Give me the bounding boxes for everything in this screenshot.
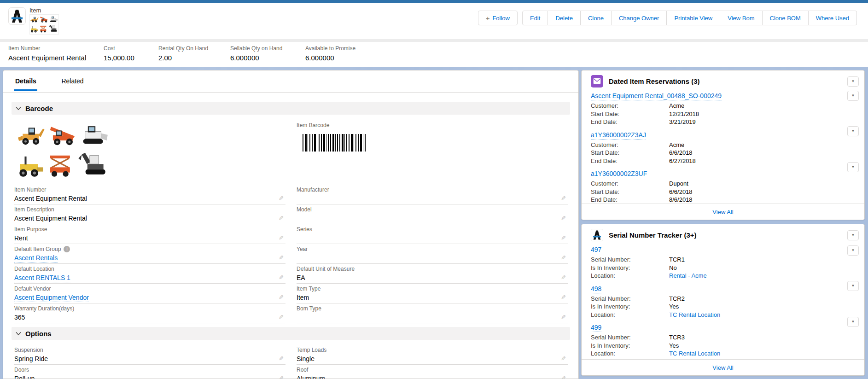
view-all-link[interactable]: View All bbox=[712, 209, 733, 216]
card-actions-menu-button[interactable]: ▼ bbox=[847, 76, 859, 87]
summary-field-value: Ascent Equipment Rental bbox=[8, 54, 86, 62]
field-value: 365 bbox=[14, 314, 285, 321]
kv-label: End Date: bbox=[591, 118, 669, 126]
info-icon[interactable]: i bbox=[64, 246, 70, 252]
kv-label: Serial Number: bbox=[591, 295, 669, 303]
tab-related[interactable]: Related bbox=[60, 70, 84, 90]
edit-pencil-icon[interactable]: ✎ bbox=[279, 355, 284, 362]
clone-button[interactable]: Clone bbox=[581, 11, 612, 25]
related-list-body: 497 Serial Number:TCR1 Is In Inventory:N… bbox=[582, 246, 864, 358]
row-actions-menu-button[interactable]: ▼ bbox=[847, 317, 859, 327]
kv-value: No bbox=[669, 264, 677, 272]
field-value: Roll-up bbox=[14, 375, 285, 379]
highlights-divider bbox=[0, 39, 868, 42]
reservation-title-link[interactable]: Ascent Equipment Rental_00488_SO-000249 bbox=[591, 92, 722, 100]
reservation-list-item: a1Y36000002Z3AJ Customer:Acme Start Date… bbox=[591, 131, 855, 165]
row-actions-menu-button[interactable]: ▼ bbox=[847, 126, 859, 136]
view-all-link[interactable]: View All bbox=[712, 364, 733, 371]
field-label: Model bbox=[297, 206, 568, 213]
entity-label: Item bbox=[29, 7, 41, 14]
field-value: Single bbox=[297, 355, 568, 362]
field-value bbox=[297, 195, 568, 202]
kv-label: Location: bbox=[591, 311, 669, 319]
reservation-title-link[interactable]: a1Y36000002Z3UF bbox=[591, 170, 647, 178]
field-label: Item Number bbox=[14, 187, 285, 193]
field-roof: Roof Aluminum ✎ bbox=[297, 365, 568, 379]
edit-pencil-icon[interactable]: ✎ bbox=[279, 294, 284, 301]
delete-button[interactable]: Delete bbox=[548, 11, 581, 25]
summary-field-cost: Cost 15,000.00 bbox=[104, 45, 134, 62]
location-link[interactable]: TC Rental Location bbox=[669, 311, 720, 319]
field-value-link[interactable]: Ascent RENTALS 1 bbox=[14, 274, 70, 282]
field-item-purpose: Item Purpose Rent ✎ bbox=[14, 224, 285, 244]
kv-value: 6/27/2018 bbox=[669, 157, 696, 165]
clone-bom-button[interactable]: Clone BOM bbox=[763, 11, 809, 25]
field-label: Default Location bbox=[14, 266, 285, 272]
edit-pencil-icon[interactable]: ✎ bbox=[279, 314, 284, 321]
edit-pencil-icon[interactable]: ✎ bbox=[561, 294, 566, 301]
serial-title-link[interactable]: 499 bbox=[591, 324, 601, 332]
edit-pencil-icon[interactable]: ✎ bbox=[561, 234, 566, 241]
highlights-panel: Item + Follow Edit Delete Clone Change O… bbox=[0, 3, 868, 67]
row-actions-menu-button[interactable]: ▼ bbox=[847, 91, 859, 101]
serial-title-link[interactable]: 498 bbox=[591, 285, 601, 293]
tab-details[interactable]: Details bbox=[14, 70, 37, 91]
card-actions-menu-button[interactable]: ▼ bbox=[847, 230, 859, 240]
field-default-location: Default Location Ascent RENTALS 1 ✎ bbox=[14, 264, 285, 284]
edit-pencil-icon[interactable]: ✎ bbox=[561, 375, 566, 379]
summary-field-label: Available to Promise bbox=[305, 45, 355, 52]
follow-button[interactable]: + Follow bbox=[478, 11, 518, 25]
options-fields-left-column: Suspension Spring Ride ✎ Doors Roll-up ✎ bbox=[14, 345, 285, 379]
field-value-link[interactable]: Ascent Equipment Vendor bbox=[14, 294, 89, 302]
kv-value: TCR2 bbox=[669, 295, 685, 303]
printable-view-button[interactable]: Printable View bbox=[667, 11, 720, 25]
options-fields-right-column: Temp Loads Single ✎ Roof Aluminum ✎ bbox=[297, 345, 568, 379]
field-label-text: Default Item Group bbox=[14, 246, 61, 252]
kv-label: Is In Inventory: bbox=[591, 303, 669, 311]
where-used-button[interactable]: Where Used bbox=[809, 11, 857, 25]
kv-label: End Date: bbox=[591, 157, 669, 165]
reservation-list-item: Ascent Equipment Rental_00488_SO-000249 … bbox=[591, 92, 855, 126]
edit-pencil-icon[interactable]: ✎ bbox=[561, 254, 566, 261]
edit-pencil-icon[interactable]: ✎ bbox=[561, 215, 566, 222]
section-title: Options bbox=[25, 330, 52, 338]
related-card-dated-item-reservations: Dated Item Reservations (3) ▼ ▼ ▼ ▼ Asce… bbox=[581, 70, 865, 220]
edit-pencil-icon[interactable]: ✎ bbox=[279, 375, 284, 379]
field-value-link[interactable]: Ascent Rentals bbox=[14, 254, 58, 262]
field-value: EA bbox=[297, 274, 568, 281]
barcode-image bbox=[303, 134, 367, 152]
edit-pencil-icon[interactable]: ✎ bbox=[279, 215, 284, 222]
row-actions-menu-button[interactable]: ▼ bbox=[847, 245, 859, 256]
field-label: Suspension bbox=[14, 347, 285, 353]
edit-pencil-icon[interactable]: ✎ bbox=[561, 314, 566, 321]
edit-pencil-icon[interactable]: ✎ bbox=[561, 195, 566, 202]
edit-pencil-icon[interactable]: ✎ bbox=[279, 274, 284, 281]
record-detail-card: Details Related Barcode Item Barcode Ite… bbox=[3, 70, 579, 379]
field-value: Ascent Equipment Rental bbox=[14, 195, 285, 202]
edit-pencil-icon[interactable]: ✎ bbox=[279, 234, 284, 241]
kv-value: Yes bbox=[669, 303, 679, 311]
location-link[interactable]: TC Rental Location bbox=[669, 350, 720, 358]
field-value bbox=[297, 314, 568, 321]
edit-button[interactable]: Edit bbox=[522, 11, 548, 25]
view-bom-button[interactable]: View Bom bbox=[720, 11, 762, 25]
serial-list-item: 497 Serial Number:TCR1 Is In Inventory:N… bbox=[591, 246, 855, 280]
section-header-options[interactable]: Options bbox=[12, 327, 570, 340]
plus-icon: + bbox=[486, 15, 490, 22]
change-owner-button[interactable]: Change Owner bbox=[612, 11, 667, 25]
edit-pencil-icon[interactable]: ✎ bbox=[561, 274, 566, 281]
reservation-title-link[interactable]: a1Y36000002Z3AJ bbox=[591, 131, 646, 140]
field-default-item-group: Default Item Group i Ascent Rentals ✎ bbox=[14, 244, 285, 264]
section-header-barcode[interactable]: Barcode bbox=[12, 102, 570, 115]
edit-pencil-icon[interactable]: ✎ bbox=[279, 195, 284, 202]
field-series: Series ✎ bbox=[297, 224, 568, 244]
summary-field-sellable-qty: Sellable Qty on Hand 6.000000 bbox=[230, 45, 282, 62]
location-link[interactable]: Rental - Acme bbox=[669, 272, 707, 280]
serial-title-link[interactable]: 497 bbox=[591, 246, 601, 254]
row-actions-menu-button[interactable]: ▼ bbox=[847, 281, 859, 291]
field-label: Doors bbox=[14, 367, 285, 373]
row-actions-menu-button[interactable]: ▼ bbox=[847, 162, 859, 172]
edit-pencil-icon[interactable]: ✎ bbox=[279, 254, 284, 261]
edit-pencil-icon[interactable]: ✎ bbox=[561, 355, 566, 362]
field-bom-type: Bom Type ✎ bbox=[297, 303, 568, 323]
